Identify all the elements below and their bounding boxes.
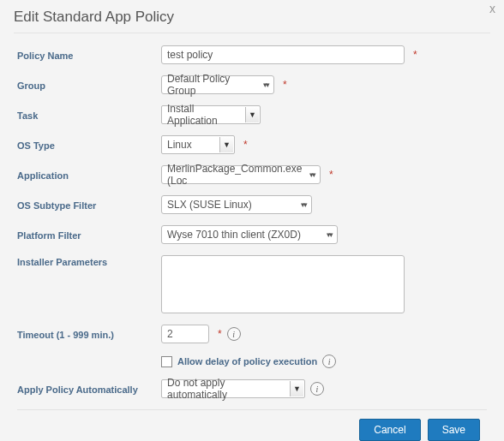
installer-params-input[interactable]: [161, 255, 405, 313]
chevron-down-icon: ▼: [245, 107, 259, 122]
label-spacer: [17, 361, 161, 362]
group-select-value: Default Policy Group: [167, 73, 255, 97]
info-icon[interactable]: i: [227, 327, 241, 341]
label-apply-auto: Apply Policy Automatically: [17, 383, 161, 395]
label-os-subtype: OS Subtype Filter: [17, 199, 161, 211]
row-os-type: OS Type Linux ▼ *: [17, 135, 487, 154]
os-subtype-select[interactable]: SLX (SUSE Linux) ▾▾: [161, 195, 312, 214]
required-icon: *: [283, 79, 287, 91]
required-icon: *: [413, 49, 417, 61]
chevron-down-icon: ▾▾: [301, 200, 306, 209]
application-select-value: MerlinPackage_Common.exe (Loc: [167, 163, 302, 187]
os-type-select[interactable]: Linux ▼: [161, 135, 235, 154]
label-os-type: OS Type: [17, 139, 161, 151]
row-os-subtype: OS Subtype Filter SLX (SUSE Linux) ▾▾: [17, 195, 487, 214]
close-icon[interactable]: x: [489, 2, 495, 15]
row-policy-name: Policy Name *: [17, 45, 487, 64]
chevron-down-icon: ▾▾: [263, 80, 268, 89]
chevron-down-icon: ▾▾: [309, 170, 315, 179]
row-task: Task Install Application ▼: [17, 105, 487, 124]
label-task: Task: [17, 109, 161, 121]
application-select[interactable]: MerlinPackage_Common.exe (Loc ▾▾: [161, 165, 321, 184]
label-timeout: Timeout (1 - 999 min.): [17, 328, 161, 340]
chevron-down-icon: ▼: [290, 381, 303, 396]
row-application: Application MerlinPackage_Common.exe (Lo…: [17, 165, 487, 184]
label-installer: Installer Parameters: [17, 255, 161, 267]
label-application: Application: [17, 169, 161, 181]
required-icon: *: [218, 328, 222, 340]
divider: [17, 409, 487, 410]
task-select-value: Install Application: [167, 103, 241, 127]
row-installer: Installer Parameters: [17, 255, 487, 313]
os-type-select-value: Linux: [167, 139, 192, 151]
task-select[interactable]: Install Application ▼: [161, 105, 261, 124]
allow-delay-checkbox[interactable]: [161, 356, 172, 367]
timeout-input[interactable]: [161, 325, 209, 343]
info-icon[interactable]: i: [322, 355, 336, 368]
label-policy-name: Policy Name: [17, 49, 161, 61]
policy-name-input[interactable]: [161, 45, 405, 64]
cancel-button[interactable]: Cancel: [359, 419, 420, 441]
platform-select-value: Wyse 7010 thin client (ZX0D): [167, 229, 301, 241]
allow-delay-label: Allow delay of policy execution: [177, 356, 317, 367]
row-allow-delay: Allow delay of policy execution i: [17, 355, 487, 368]
dialog: Edit Standard App Policy Policy Name * G…: [0, 0, 504, 441]
info-icon[interactable]: i: [310, 382, 324, 396]
os-subtype-select-value: SLX (SUSE Linux): [167, 199, 252, 211]
apply-auto-select-value: Do not apply automatically: [167, 377, 285, 401]
group-select[interactable]: Default Policy Group ▾▾: [161, 75, 274, 94]
dialog-title: Edit Standard App Policy: [14, 7, 490, 33]
required-icon: *: [243, 139, 248, 151]
chevron-down-icon: ▼: [219, 137, 233, 152]
chevron-down-icon: ▾▾: [327, 230, 332, 239]
footer: Cancel Save: [17, 419, 487, 441]
row-platform: Platform Filter Wyse 7010 thin client (Z…: [17, 225, 487, 244]
row-group: Group Default Policy Group ▾▾ *: [17, 75, 487, 94]
row-timeout: Timeout (1 - 999 min.) * i: [17, 325, 487, 343]
required-icon: *: [329, 169, 333, 181]
apply-auto-select[interactable]: Do not apply automatically ▼: [161, 379, 305, 398]
form: Policy Name * Group Default Policy Group…: [14, 45, 490, 441]
row-apply-auto: Apply Policy Automatically Do not apply …: [17, 379, 487, 398]
platform-select[interactable]: Wyse 7010 thin client (ZX0D) ▾▾: [161, 225, 338, 244]
label-group: Group: [17, 79, 161, 91]
label-platform: Platform Filter: [17, 229, 161, 241]
save-button[interactable]: Save: [428, 419, 480, 441]
